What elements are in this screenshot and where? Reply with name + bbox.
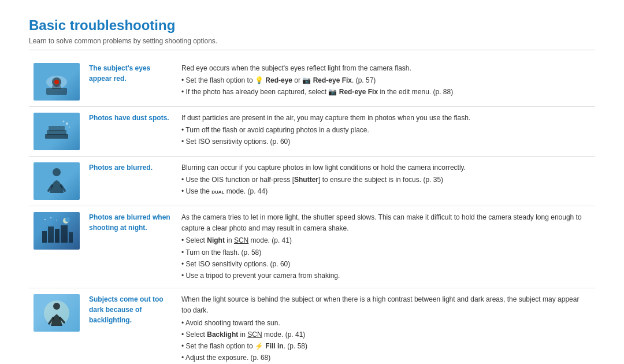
bullet-item: Use the OIS function or half-press [Shut… [181,174,590,185]
image-cell-backlight [29,288,84,364]
blurred-icon [39,165,74,197]
svg-point-2 [54,80,59,84]
night-icon [39,215,74,247]
desc-main-blurred: Blurring can occur if you capture photos… [181,162,590,173]
svg-rect-15 [61,225,68,243]
svg-rect-12 [42,231,47,243]
svg-point-9 [63,121,65,122]
svg-point-10 [69,127,70,128]
label-cell-night: Photos are blurred when shooting at nigh… [84,206,177,288]
table-row: The subject's eyes appear red. Red eye o… [29,57,595,107]
bullets-backlight: Avoid shooting toward the sun. Select Ba… [181,318,590,365]
label-blurred: Photos are blurred. [89,164,153,172]
table-row: Photos are blurred. Blurring can occur i… [29,157,595,206]
svg-rect-5 [45,134,68,139]
bullets-blurred: Use the OIS function or half-press [Shut… [181,174,590,197]
label-night: Photos are blurred when shooting at nigh… [89,213,170,232]
image-cell-red-eye [29,57,84,107]
bullet-item: Adjust the exposure. (p. 68) [181,352,590,363]
bullets-night: Select Night in SCN mode. (p. 41) Turn o… [181,235,590,281]
bullet-item: If the photo has already been captured, … [181,87,590,98]
svg-point-21 [56,220,57,221]
svg-rect-16 [69,232,73,243]
svg-point-19 [44,219,46,220]
table-row: Photos have dust spots. If dust particle… [29,107,595,157]
label-cell-blurred: Photos are blurred. [84,157,177,206]
desc-cell-backlight: When the light source is behind the subj… [177,288,595,364]
image-cell-night [29,206,84,288]
desc-main-dust: If dust particles are present in the air… [181,113,590,124]
bullet-item: Use the dual mode. (p. 44) [181,186,590,197]
svg-point-23 [53,303,60,310]
label-cell-dust: Photos have dust spots. [84,107,177,157]
table-row: Photos are blurred when shooting at nigh… [29,206,595,288]
desc-main-red-eye: Red eye occurs when the subject's eyes r… [181,63,590,74]
bullet-item: Select Night in SCN mode. (p. 41) [181,235,590,246]
subtitle: Learn to solve common problems by settin… [29,37,595,50]
bullet-item: Set the flash option to 💡 Red-eye or 📷 R… [181,75,590,86]
bullet-item: Avoid shooting toward the sun. [181,318,590,329]
image-cell-blurred [29,157,84,206]
desc-cell-red-eye: Red eye occurs when the subject's eyes r… [177,57,595,107]
bullets-dust: Turn off the flash or avoid capturing ph… [181,125,590,147]
label-cell-red-eye: The subject's eyes appear red. [84,57,177,107]
svg-rect-6 [47,130,66,135]
label-dust: Photos have dust spots. [89,114,169,122]
svg-rect-14 [55,229,60,243]
label-backlight: Subjects come out too dark because of ba… [89,295,164,324]
red-eye-icon [39,66,74,98]
bullets-red-eye: Set the flash option to 💡 Red-eye or 📷 R… [181,75,590,98]
svg-point-11 [53,168,61,176]
svg-rect-4 [52,86,61,89]
desc-main-night: As the camera tries to let in more light… [181,212,590,234]
bullet-item: Turn off the flash or avoid capturing ph… [181,125,590,136]
svg-point-18 [65,217,70,222]
bullet-item: Set ISO sensitivity options. (p. 60) [181,136,590,147]
page-title: Basic troubleshooting [29,17,595,34]
trouble-table: The subject's eyes appear red. Red eye o… [29,57,595,364]
svg-rect-13 [48,226,54,243]
bullet-item: Set ISO sensitivity options. (p. 60) [181,259,590,270]
desc-cell-night: As the camera tries to let in more light… [177,206,595,288]
desc-main-backlight: When the light source is behind the subj… [181,294,590,316]
desc-cell-blurred: Blurring can occur if you capture photos… [177,157,595,206]
svg-rect-7 [49,126,65,131]
table-row: Subjects come out too dark because of ba… [29,288,595,364]
dust-icon [39,116,74,147]
bullet-item: Use a tripod to prevent your camera from… [181,270,590,281]
backlight-icon [39,297,74,329]
svg-point-20 [50,217,51,218]
label-red-eye: The subject's eyes appear red. [89,64,150,83]
image-cell-dust [29,107,84,157]
desc-cell-dust: If dust particles are present in the air… [177,107,595,157]
svg-point-8 [66,122,68,125]
bullet-item: Set the flash option to ⚡ Fill in. (p. 5… [181,341,590,352]
bullet-item: Turn on the flash. (p. 58) [181,247,590,258]
label-cell-backlight: Subjects come out too dark because of ba… [84,288,177,364]
bullet-item: Select Backlight in SCN mode. (p. 41) [181,329,590,340]
